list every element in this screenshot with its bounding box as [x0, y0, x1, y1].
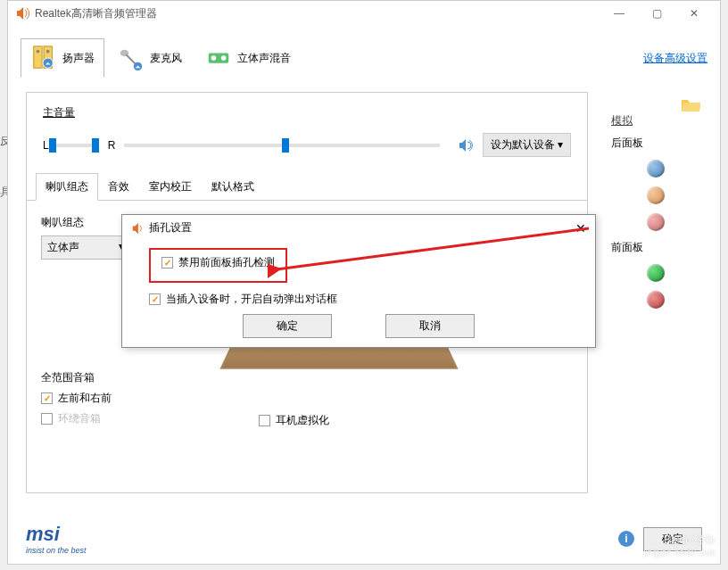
checkbox-label: 禁用前面板插孔检测 — [178, 255, 275, 270]
right-label: R — [108, 139, 116, 152]
dialog-close-button[interactable]: ✕ — [575, 221, 586, 235]
tab-speakers[interactable]: 扬声器 — [21, 38, 104, 78]
close-button[interactable]: ✕ — [675, 1, 713, 26]
maximize-button[interactable]: ▢ — [638, 1, 675, 26]
dialog-cancel-button[interactable]: 取消 — [385, 314, 475, 338]
svg-point-2 — [37, 50, 40, 54]
checkbox-headphone-virt[interactable] — [259, 415, 270, 426]
dialog-ok-button[interactable]: 确定 — [243, 314, 332, 338]
checkbox-label: 当插入设备时，开启自动弹出对话框 — [166, 292, 337, 307]
svg-rect-0 — [34, 46, 42, 68]
jack-green[interactable] — [647, 264, 665, 282]
checkbox-lr[interactable] — [41, 392, 53, 404]
checkbox-disable-detect[interactable] — [161, 257, 173, 268]
tab-mic[interactable]: 麦克风 — [108, 38, 192, 78]
titlebar: Realtek高清晰音频管理器 — ▢ ✕ — [8, 1, 720, 26]
stereo-mix-icon — [205, 45, 232, 71]
left-label: L — [43, 139, 49, 152]
watermark: Baidu 经验 jingyan.baidu.com — [643, 533, 716, 558]
speaker-icon — [15, 6, 29, 21]
window-title: Realtek高清晰音频管理器 — [35, 6, 600, 21]
minimize-button[interactable]: — — [600, 1, 638, 26]
highlight-box: 禁用前面板插孔检测 — [149, 248, 287, 283]
balance-slider[interactable] — [49, 144, 99, 147]
speaker-icon — [131, 222, 144, 235]
checkbox-label: 左前和右前 — [58, 391, 112, 406]
checkbox-label: 耳机虚拟化 — [276, 413, 329, 428]
tab-stereo-mix[interactable]: 立体声混音 — [195, 38, 301, 78]
tab-label: 立体声混音 — [237, 51, 291, 66]
folder-icon[interactable] — [681, 97, 700, 113]
tab-label: 扬声器 — [62, 51, 95, 66]
msi-logo: msi — [26, 523, 87, 546]
checkbox-surround — [41, 413, 53, 425]
volume-label: 主音量 — [43, 105, 75, 120]
set-default-button[interactable]: 设为默认设备 ▾ — [483, 133, 571, 157]
speakers-icon — [30, 45, 57, 71]
volume-slider[interactable] — [124, 144, 439, 147]
jack-red[interactable] — [647, 291, 665, 309]
subtab-config[interactable]: 喇叭组态 — [36, 173, 98, 201]
dialog-title: 插孔设置 — [149, 220, 192, 235]
jack-settings-dialog: 插孔设置 ✕ 禁用前面板插孔检测 当插入设备时，开启自动弹出对话框 确定 取消 — [121, 214, 596, 348]
mute-icon[interactable] — [458, 137, 474, 153]
analog-label: 模拟 — [611, 113, 700, 128]
msi-tagline: insist on the best — [26, 546, 87, 555]
tab-label: 麦克风 — [150, 51, 182, 66]
svg-point-9 — [221, 55, 227, 61]
jack-blue[interactable] — [647, 160, 665, 178]
mic-icon — [118, 45, 145, 71]
rear-panel-label: 后面板 — [611, 136, 700, 151]
checkbox-auto-popup[interactable] — [149, 293, 161, 305]
info-icon[interactable]: i — [618, 531, 634, 547]
headphone-virtualization[interactable]: 耳机虚拟化 — [259, 413, 329, 428]
jack-panel: 模拟 后面板 前面板 — [611, 113, 700, 318]
checkbox-label: 环绕音箱 — [58, 411, 101, 426]
jack-pink[interactable] — [647, 213, 665, 231]
svg-point-3 — [46, 50, 50, 54]
full-range-group: 全范围音箱 左前和右前 环绕音箱 — [41, 370, 112, 432]
group-label: 全范围音箱 — [41, 370, 112, 385]
advanced-settings-link[interactable]: 设备高级设置 — [643, 51, 707, 66]
jack-orange[interactable] — [647, 186, 665, 204]
svg-point-8 — [211, 55, 217, 61]
front-panel-label: 前面板 — [611, 240, 700, 255]
subtab-fx[interactable]: 音效 — [98, 173, 139, 201]
config-select[interactable]: 立体声▾ — [41, 235, 130, 260]
chevron-down-icon: ▾ — [558, 138, 563, 151]
